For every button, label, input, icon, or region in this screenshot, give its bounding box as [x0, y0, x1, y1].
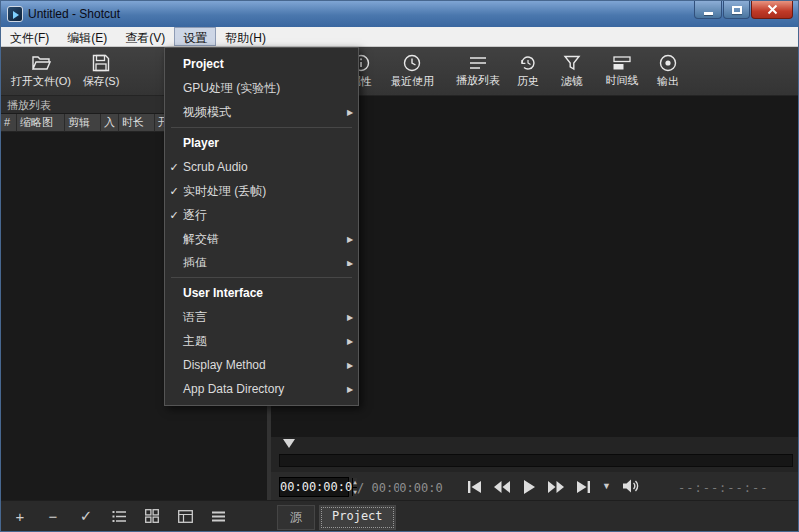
title-bar: Untitled - Shotcut: [1, 1, 798, 27]
submenu-arrow-icon: ▶: [342, 108, 358, 117]
play-icon: [522, 480, 536, 494]
history-button[interactable]: 历史: [508, 49, 548, 93]
column-thumbnail[interactable]: 缩略图: [17, 114, 65, 132]
column-index[interactable]: #: [1, 114, 17, 132]
details-view-icon: [178, 510, 193, 523]
recent-clock-icon: [403, 54, 421, 72]
volume-icon: [622, 479, 640, 493]
minimize-icon: [704, 12, 713, 15]
update-button[interactable]: ✓: [75, 505, 97, 527]
open-file-icon: [31, 54, 51, 72]
play-button[interactable]: [519, 477, 539, 497]
save-button[interactable]: 保存(S): [77, 49, 125, 93]
maximize-button[interactable]: [723, 1, 750, 19]
menu-section-user-interface: User Interface: [165, 281, 358, 305]
menu-section-project: Project: [165, 52, 358, 76]
fast-forward-button[interactable]: [546, 477, 566, 497]
playlist-button[interactable]: 播放列表: [448, 49, 508, 93]
rewind-icon: [494, 481, 510, 493]
transport-controls: [465, 477, 593, 497]
settings-dropdown-menu: Project GPU处理 (实验性) 视频模式 ▶ Player ✓ Scru…: [164, 47, 359, 406]
window-title: Untitled - Shotcut: [28, 7, 120, 21]
list-view-button[interactable]: [108, 505, 130, 527]
check-icon: ✓: [165, 185, 183, 198]
column-clip[interactable]: 剪辑: [65, 114, 101, 132]
submenu-arrow-icon: ▶: [342, 235, 358, 244]
current-time-spinner[interactable]: 00:00:00:0 ▲ ▼: [279, 477, 349, 497]
menu-item-display-method[interactable]: Display Method ▶: [165, 353, 358, 377]
check-icon: ✓: [165, 209, 183, 222]
menu-item-app-data-directory[interactable]: App Data Directory ▶: [165, 377, 358, 401]
save-icon: [92, 54, 110, 72]
selected-duration-display: --:--:--:--: [678, 481, 768, 495]
menu-help[interactable]: 帮助(H): [216, 27, 275, 46]
scrub-bar: [271, 437, 798, 472]
menu-item-progressive[interactable]: ✓ 逐行: [165, 203, 358, 227]
submenu-arrow-icon: ▶: [342, 337, 358, 346]
timeline-button[interactable]: 时间线: [595, 49, 649, 93]
export-icon: [659, 54, 677, 72]
rewind-button[interactable]: [492, 477, 512, 497]
menu-bar: 文件(F) 编辑(E) 查看(V) 设置 帮助(H): [1, 27, 798, 47]
fast-forward-icon: [548, 481, 564, 493]
remove-button[interactable]: −: [42, 505, 64, 527]
details-view-button[interactable]: [174, 505, 196, 527]
grid-view-button[interactable]: [141, 505, 163, 527]
minimize-button[interactable]: [694, 1, 722, 19]
menu-item-interpolation[interactable]: 插值 ▶: [165, 251, 358, 274]
menu-item-scrub-audio[interactable]: ✓ Scrub Audio: [165, 155, 358, 179]
submenu-arrow-icon: ▶: [342, 259, 358, 267]
menu-item-deinterlacer[interactable]: 解交错 ▶: [165, 227, 358, 251]
menu-edit[interactable]: 编辑(E): [58, 27, 116, 46]
playlist-toolbar: + − ✓: [9, 505, 229, 527]
bottom-bar: + − ✓ 源 Project: [1, 500, 798, 531]
column-duration[interactable]: 时长: [119, 114, 155, 132]
column-in[interactable]: 入: [101, 114, 119, 132]
menu-item-realtime-drop-frames[interactable]: ✓ 实时处理 (丢帧): [165, 179, 358, 203]
menu-item-theme[interactable]: 主题 ▶: [165, 329, 358, 353]
skip-start-icon: [467, 481, 483, 493]
playlist-icon: [469, 55, 487, 71]
skip-to-start-button[interactable]: [465, 477, 485, 497]
player-options-dropdown[interactable]: ▼: [602, 481, 611, 491]
seek-track[interactable]: [279, 454, 793, 467]
main-toolbar: 打开文件(O) 保存(S) 属性 最近使用 播放列表 历史 滤镜 时间线: [1, 47, 798, 96]
skip-to-end-button[interactable]: [573, 477, 593, 497]
current-time-value: 00:00:00:0: [280, 480, 352, 494]
list-view-icon: [112, 510, 127, 523]
history-icon: [519, 54, 537, 72]
append-button[interactable]: +: [9, 505, 31, 527]
player-controls: 00:00:00:0 ▲ ▼ / 00:00:00:0: [271, 472, 798, 502]
playhead-marker[interactable]: [283, 439, 295, 448]
menu-item-language[interactable]: 语言 ▶: [165, 305, 358, 329]
submenu-arrow-icon: ▶: [342, 385, 358, 394]
export-button[interactable]: 输出: [648, 49, 688, 93]
filter-funnel-icon: [563, 54, 581, 72]
submenu-arrow-icon: ▶: [342, 361, 358, 370]
tab-project[interactable]: Project: [319, 505, 396, 530]
playlist-menu-button[interactable]: [207, 505, 229, 527]
menu-file[interactable]: 文件(F): [1, 27, 58, 46]
total-time: / 00:00:00:0: [357, 481, 443, 495]
menu-separator: [171, 127, 352, 128]
player-tabs: 源 Project: [277, 505, 396, 530]
menu-section-player: Player: [165, 131, 358, 155]
check-icon: ✓: [165, 161, 183, 174]
filters-button[interactable]: 滤镜: [552, 49, 592, 93]
recent-button[interactable]: 最近使用: [383, 49, 442, 93]
menu-item-gpu-processing[interactable]: GPU处理 (实验性): [165, 76, 358, 100]
close-button[interactable]: [751, 1, 793, 19]
menu-view[interactable]: 查看(V): [116, 27, 174, 46]
submenu-arrow-icon: ▶: [342, 313, 358, 322]
grid-view-icon: [145, 509, 159, 523]
skip-end-icon: [575, 481, 591, 493]
hamburger-menu-icon: [211, 511, 226, 522]
timeline-icon: [613, 55, 631, 71]
menu-item-video-mode[interactable]: 视频模式 ▶: [165, 100, 358, 124]
tab-source[interactable]: 源: [277, 505, 315, 530]
close-icon: [767, 4, 778, 15]
menu-settings[interactable]: 设置: [174, 27, 216, 46]
open-file-button[interactable]: 打开文件(O): [9, 49, 73, 93]
volume-button[interactable]: [622, 479, 640, 497]
maximize-icon: [732, 6, 742, 14]
